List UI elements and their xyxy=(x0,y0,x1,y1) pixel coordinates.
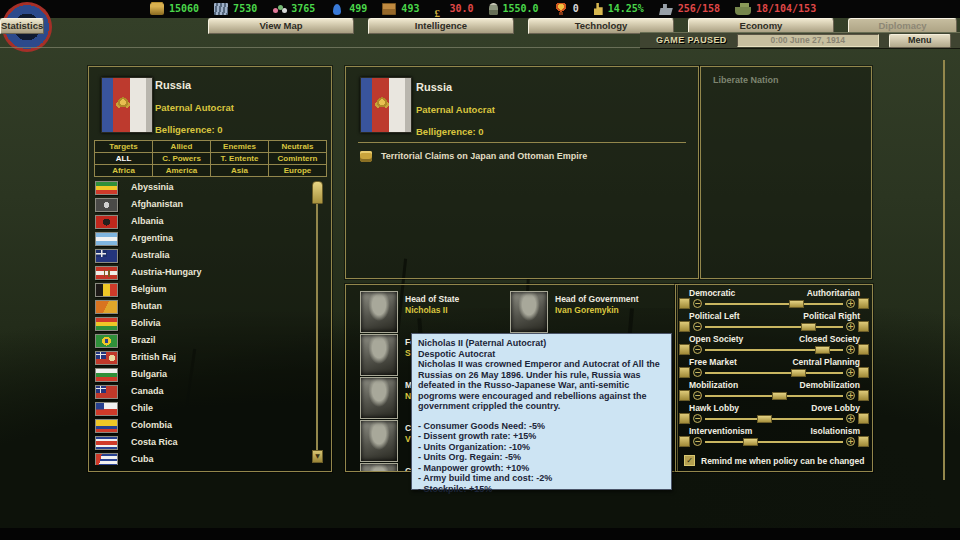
slider-thumb[interactable] xyxy=(801,323,816,331)
slider-thumb[interactable] xyxy=(772,392,787,400)
slider-track[interactable] xyxy=(705,418,843,420)
decrease-icon[interactable]: − xyxy=(693,368,702,377)
filter-button[interactable]: ALL xyxy=(95,153,152,164)
filter-button[interactable]: Neutrals xyxy=(269,141,326,152)
slider-right-label: Closed Society xyxy=(799,334,860,344)
country-list-item[interactable]: British Raj xyxy=(95,349,307,366)
filter-button[interactable]: Africa xyxy=(95,165,152,176)
country-list-item[interactable]: Bulgaria xyxy=(95,366,307,383)
slider-track[interactable] xyxy=(705,303,843,305)
scrollbar-track[interactable] xyxy=(316,181,318,463)
country-flag-icon xyxy=(95,317,118,331)
country-flag-icon xyxy=(95,334,118,348)
policy-slider: Democratic Authoritarian − + xyxy=(676,285,872,308)
main-tab[interactable]: View Map xyxy=(208,18,354,34)
liberate-nation-panel: Liberate Nation xyxy=(700,66,872,279)
slider-track[interactable] xyxy=(705,349,843,351)
country-list-item[interactable]: Colombia xyxy=(95,417,307,434)
increase-icon[interactable]: + xyxy=(846,414,855,423)
country-list-item[interactable]: Austria-Hungary xyxy=(95,264,307,281)
resource-value: 15060 xyxy=(169,3,199,15)
country-list-item[interactable]: Albania xyxy=(95,213,307,230)
slider-left-label: Democratic xyxy=(689,288,735,298)
scrollbar-thumb[interactable] xyxy=(312,181,323,204)
filter-button[interactable]: Asia xyxy=(211,165,268,176)
slider-left-label: Free Market xyxy=(689,357,737,367)
slider-left-button[interactable] xyxy=(679,436,690,447)
country-list-item[interactable]: Cuba xyxy=(95,451,307,465)
increase-icon[interactable]: + xyxy=(846,322,855,331)
policy-slider: Mobilization Demobilization − + xyxy=(676,377,872,400)
country-list-item[interactable]: Argentina xyxy=(95,230,307,247)
slider-track[interactable] xyxy=(705,441,843,443)
tooltip-effects: - Consumer Goods Need: -5%- Dissent grow… xyxy=(418,421,665,495)
tooltip-effect-line: - Units Org. Regain: -5% xyxy=(418,452,665,463)
filter-button[interactable]: T. Entente xyxy=(211,153,268,164)
slider-thumb[interactable] xyxy=(743,438,758,446)
decrease-icon[interactable]: − xyxy=(693,322,702,331)
reminder-checkbox[interactable]: ✓ xyxy=(684,455,695,466)
resource-value: 3765 xyxy=(291,3,315,15)
main-tab[interactable]: Intelligence xyxy=(368,18,514,34)
decrease-icon[interactable]: − xyxy=(693,437,702,446)
resource-item: 256/158 xyxy=(659,3,720,15)
country-flag-icon xyxy=(95,249,118,263)
resource-value: 493 xyxy=(401,3,419,15)
increase-icon[interactable]: + xyxy=(846,345,855,354)
minister-slot[interactable]: Head of Government Ivan Goremykin xyxy=(510,291,670,334)
slider-thumb[interactable] xyxy=(757,415,772,423)
country-list-item[interactable]: Abyssinia xyxy=(95,179,307,196)
slider-right-button[interactable] xyxy=(858,436,869,447)
filter-button[interactable]: C. Powers xyxy=(153,153,210,164)
country-flag-icon xyxy=(95,402,118,416)
imperial-eagle-icon xyxy=(115,96,131,112)
slider-thumb[interactable] xyxy=(791,369,806,377)
country-list-item[interactable]: Brazil xyxy=(95,332,307,349)
country-list-item[interactable]: Bolivia xyxy=(95,315,307,332)
resource-value: 1550.0 xyxy=(503,3,539,15)
slider-thumb[interactable] xyxy=(815,346,830,354)
country-flag-icon xyxy=(95,453,118,466)
claims-fist-icon xyxy=(360,151,372,162)
country-list-item[interactable]: Afghanistan xyxy=(95,196,307,213)
resource-item: 493 xyxy=(382,3,419,15)
scroll-down-arrow-icon[interactable]: ▼ xyxy=(312,450,323,463)
filter-button[interactable]: America xyxy=(153,165,210,176)
country-list-item[interactable]: Chile xyxy=(95,400,307,417)
menu-button[interactable]: Menu xyxy=(889,34,951,48)
liberate-nation-action[interactable]: Liberate Nation xyxy=(713,75,779,86)
slider-track[interactable] xyxy=(705,326,843,328)
filter-button[interactable]: Targets xyxy=(95,141,152,152)
game-date: 0:00 June 27, 1914 xyxy=(737,34,879,47)
decrease-icon[interactable]: − xyxy=(693,345,702,354)
increase-icon[interactable]: + xyxy=(846,391,855,400)
decrease-icon[interactable]: − xyxy=(693,414,702,423)
country-list-item[interactable]: Belgium xyxy=(95,281,307,298)
slider-track[interactable] xyxy=(705,395,843,397)
government-type: Paternal Autocrat xyxy=(155,102,234,113)
filter-button[interactable]: Allied xyxy=(153,141,210,152)
policy-slider: Political Left Political Right − + xyxy=(676,308,872,331)
filter-button[interactable]: Europe xyxy=(269,165,326,176)
minister-slot[interactable]: Head of State Nicholas II xyxy=(360,291,510,334)
resource-item: 18/104/153 xyxy=(735,3,816,15)
increase-icon[interactable]: + xyxy=(846,299,855,308)
increase-icon[interactable]: + xyxy=(846,437,855,446)
country-flag-icon xyxy=(95,283,118,297)
filter-button[interactable]: Enemies xyxy=(211,141,268,152)
decrease-icon[interactable]: − xyxy=(693,299,702,308)
increase-icon[interactable]: + xyxy=(846,368,855,377)
country-list-item[interactable]: Australia xyxy=(95,247,307,264)
main-tab[interactable]: Statistics xyxy=(0,18,44,34)
country-flag-icon xyxy=(95,300,118,314)
country-list-item[interactable]: Bhutan xyxy=(95,298,307,315)
rare-materials-icon xyxy=(272,3,286,15)
country-list-item[interactable]: Costa Rica xyxy=(95,434,307,451)
decrease-icon[interactable]: − xyxy=(693,391,702,400)
country-list-item[interactable]: Canada xyxy=(95,383,307,400)
slider-thumb[interactable] xyxy=(789,300,804,308)
resource-item: 30.0 xyxy=(434,3,473,15)
slider-track[interactable] xyxy=(705,372,843,374)
resource-value: 18/104/153 xyxy=(756,3,816,15)
filter-button[interactable]: Comintern xyxy=(269,153,326,164)
